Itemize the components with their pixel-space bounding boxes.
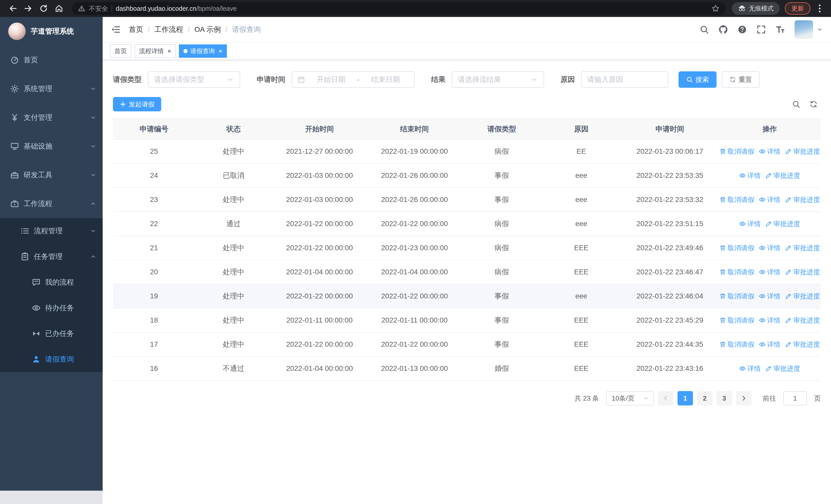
progress-link[interactable]: 审批进度 — [785, 316, 820, 325]
progress-link[interactable]: 审批进度 — [785, 340, 820, 349]
address-bar[interactable]: 不安全 dashboard.yudao.iocoder.cn/bpm/oa/le… — [72, 2, 726, 15]
detail-link[interactable]: 详情 — [759, 243, 780, 253]
detail-link[interactable]: 详情 — [759, 316, 780, 325]
sidebar-item-devtools[interactable]: 研发工具 — [0, 161, 103, 189]
browser-forward-icon[interactable] — [22, 2, 35, 15]
goto-page-input[interactable] — [783, 391, 807, 406]
sidebar-item-task-management[interactable]: 任务管理 — [0, 244, 103, 269]
sidebar-item-workflow[interactable]: 工作流程 — [0, 189, 103, 218]
browser-home-icon[interactable] — [52, 2, 66, 15]
result-select[interactable]: 请选择流结果 — [452, 71, 544, 88]
progress-link[interactable]: 审批进度 — [765, 219, 800, 228]
sidebar-item-home[interactable]: 首页 — [0, 46, 103, 75]
search-button[interactable]: 搜索 — [679, 71, 717, 88]
page-button-3[interactable]: 3 — [717, 391, 732, 406]
tab-close-icon[interactable]: × — [219, 48, 222, 54]
progress-link[interactable]: 审批进度 — [765, 364, 800, 373]
table-row[interactable]: 16不通过2022-01-04 00:00:002022-01-13 00:00… — [113, 357, 821, 381]
progress-link[interactable]: 审批进度 — [765, 171, 800, 180]
sidebar-item-todo-tasks[interactable]: 待办任务 — [0, 295, 103, 321]
table-row[interactable]: 17处理中2022-01-22 00:00:002022-01-22 00:00… — [113, 333, 821, 357]
progress-link[interactable]: 审批进度 — [785, 147, 820, 156]
cancel-leave-link[interactable]: 取消请假 — [719, 147, 754, 156]
detail-link[interactable]: 详情 — [739, 219, 761, 228]
breadcrumb-item[interactable]: OA 示例 — [195, 25, 221, 34]
help-icon[interactable] — [738, 25, 747, 34]
sidebar-item-leave-query[interactable]: 请假查询 — [0, 347, 103, 372]
cancel-leave-link[interactable]: 取消请假 — [719, 243, 754, 253]
detail-link[interactable]: 详情 — [759, 268, 780, 277]
cell-reason: eee — [542, 196, 621, 204]
plus-icon — [120, 101, 126, 108]
sidebar-item-my-process[interactable]: 我的流程 — [0, 269, 103, 295]
progress-link[interactable]: 审批进度 — [785, 292, 820, 301]
create-leave-button[interactable]: 发起请假 — [113, 97, 161, 111]
update-button[interactable]: 更新 — [785, 2, 810, 14]
browser-back-icon[interactable] — [6, 2, 20, 15]
tab-home[interactable]: 首页 — [110, 45, 132, 58]
sidebar-item-done-tasks[interactable]: 已办任务 — [0, 321, 103, 347]
sidebar-item-infrastructure[interactable]: 基础设施 — [0, 132, 103, 161]
row-actions: 取消请假详情审批进度 — [719, 316, 821, 325]
breadcrumb-item[interactable]: 工作流程 — [154, 25, 183, 34]
sidebar-item-system[interactable]: 系统管理 — [0, 75, 103, 103]
reason-input[interactable] — [581, 71, 668, 88]
url-text[interactable]: dashboard.yudao.iocoder.cn/bpm/oa/leave — [116, 5, 708, 12]
tab-close-icon[interactable]: × — [167, 48, 171, 54]
refresh-icon[interactable] — [809, 100, 818, 108]
page-button-1[interactable]: 1 — [678, 391, 693, 406]
table-row[interactable]: 23处理中2022-01-03 00:00:002022-01-26 00:00… — [113, 188, 821, 212]
cell-status: 处理中 — [195, 339, 272, 349]
column-header: 开始时间 — [272, 124, 367, 134]
delete-icon — [719, 293, 726, 299]
page-size-select[interactable]: 10条/页 — [606, 391, 654, 406]
tab-process-detail[interactable]: 流程详情× — [135, 45, 176, 58]
browser-reload-icon[interactable] — [37, 2, 50, 15]
search-icon[interactable] — [699, 25, 709, 34]
cancel-leave-link[interactable]: 取消请假 — [719, 340, 754, 349]
font-size-icon[interactable] — [776, 25, 785, 34]
fullscreen-icon[interactable] — [756, 25, 766, 34]
table-row[interactable]: 20处理中2022-01-04 00:00:002022-01-04 00:00… — [113, 260, 821, 284]
kebab-menu-icon[interactable] — [814, 3, 825, 13]
github-icon[interactable] — [719, 25, 728, 34]
table-row[interactable]: 19处理中2022-01-22 00:00:002022-01-22 00:00… — [113, 284, 821, 308]
security-label[interactable]: 不安全 — [89, 4, 108, 13]
detail-link[interactable]: 详情 — [759, 340, 780, 349]
next-page-button[interactable] — [736, 391, 751, 406]
toggle-search-icon[interactable] — [792, 100, 800, 108]
progress-link[interactable]: 审批进度 — [785, 268, 820, 277]
progress-link[interactable]: 审批进度 — [785, 195, 820, 204]
detail-link[interactable]: 详情 — [739, 364, 761, 373]
app-logo[interactable]: 芋道管理系统 — [0, 17, 103, 46]
user-caret-down-icon[interactable] — [816, 26, 823, 33]
reset-button[interactable]: 重置 — [722, 71, 760, 88]
detail-link[interactable]: 详情 — [759, 195, 780, 204]
user-avatar[interactable] — [795, 20, 813, 39]
cancel-leave-link[interactable]: 取消请假 — [719, 292, 754, 301]
tab-leave-query[interactable]: 请假查询× — [179, 45, 227, 58]
cancel-leave-link[interactable]: 取消请假 — [719, 268, 754, 277]
table-row[interactable]: 24已取消2022-01-03 00:00:002022-01-26 00:00… — [113, 164, 821, 188]
sidebar-item-payment[interactable]: 支付管理 — [0, 103, 103, 132]
detail-link[interactable]: 详情 — [759, 292, 780, 301]
detail-link[interactable]: 详情 — [739, 171, 761, 180]
progress-link[interactable]: 审批进度 — [785, 243, 820, 253]
cancel-leave-link[interactable]: 取消请假 — [719, 316, 754, 325]
cancel-leave-link[interactable]: 取消请假 — [719, 195, 754, 204]
breadcrumb-item[interactable]: 首页 — [129, 25, 143, 34]
table-row[interactable]: 18处理中2022-01-11 00:00:002022-01-11 00:00… — [113, 308, 821, 333]
table-row[interactable]: 25处理中2021-12-27 00:00:002022-01-19 00:00… — [113, 140, 821, 164]
bookmark-star-icon[interactable] — [711, 4, 720, 12]
table-row[interactable]: 22通过2022-01-22 00:00:002022-01-22 00:00:… — [113, 212, 821, 236]
table-row[interactable]: 21处理中2022-01-22 00:00:002022-01-23 00:00… — [113, 236, 821, 260]
detail-link[interactable]: 详情 — [759, 147, 780, 156]
leave-type-select[interactable]: 请选择请假类型 — [148, 71, 240, 88]
apply-time-range-picker[interactable]: 开始日期 - 结束日期 — [291, 71, 415, 88]
page-button-2[interactable]: 2 — [697, 391, 712, 406]
view-icon — [759, 317, 766, 324]
security-warning-icon[interactable] — [78, 5, 85, 12]
prev-page-button[interactable] — [658, 391, 674, 406]
sidebar-fold-icon[interactable] — [111, 25, 121, 34]
sidebar-item-process-management[interactable]: 流程管理 — [0, 218, 103, 244]
